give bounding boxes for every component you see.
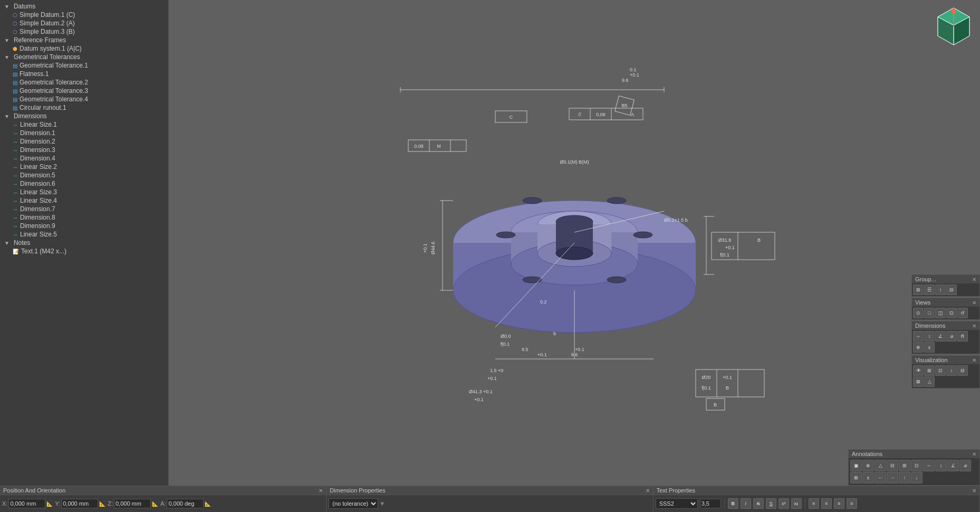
tree-item-ref-frames[interactable]: ▼ Reference Frames — [0, 36, 168, 44]
ann-btn-v[interactable]: ↕ — [935, 460, 947, 471]
superscript-button[interactable]: x² — [779, 498, 789, 509]
align-justify-button[interactable]: ≡ — [847, 498, 857, 509]
dimensions-panel-close[interactable]: ✕ — [972, 323, 976, 329]
tree-item-dimension-6[interactable]: ↔ Dimension.6 — [0, 179, 168, 188]
views-btn-1[interactable]: ⊙ — [913, 308, 924, 318]
views-btn-4[interactable]: ⊡ — [946, 308, 957, 318]
tree-item-geo-tol-2[interactable]: ▤ Geometrical Tolerance.2 — [0, 78, 168, 87]
rp-btn-3[interactable]: ↕ — [935, 285, 946, 295]
annotations-close[interactable]: ✕ — [972, 451, 976, 457]
ann-btn-down[interactable]: ↓ — [911, 472, 923, 483]
x-input[interactable] — [8, 499, 45, 508]
a-input[interactable] — [167, 499, 204, 508]
tree-item-linear-size-5[interactable]: ↔ Linear Size.5 — [0, 230, 168, 239]
tolerance-dropdown[interactable]: (no tolerance) — [329, 498, 378, 509]
tree-item-dimension-2[interactable]: ↔ Dimension.2 — [0, 137, 168, 146]
ann-btn-x[interactable]: ⊠ — [850, 472, 862, 483]
subscript-button[interactable]: x₂ — [791, 498, 802, 509]
vis-btn-4[interactable]: ↕ — [946, 365, 957, 376]
tree-item-circ-runout-1[interactable]: ▤ Circular runout.1 — [0, 103, 168, 112]
tree-item-dimension-8[interactable]: ↔ Dimension.8 — [0, 213, 168, 222]
italic-button[interactable]: I — [741, 498, 751, 509]
dim-btn-5[interactable]: R — [957, 331, 968, 342]
views-btn-2[interactable]: □ — [924, 308, 935, 318]
vis-btn-1[interactable]: 👁 — [913, 365, 924, 376]
text-props-close[interactable]: ✕ — [972, 488, 976, 494]
tree-item-dimension-7[interactable]: ↔ Dimension.7 — [0, 205, 168, 213]
tree-item-simple-datum-1[interactable]: ⬡ Simple Datum.1 (C) — [0, 11, 168, 19]
vis-btn-3[interactable]: ⊡ — [935, 365, 946, 376]
ann-btn-angle[interactable]: ∠ — [947, 460, 959, 471]
pos-orient-close[interactable]: ✕ — [319, 488, 323, 494]
tree-item-dimension-4[interactable]: ↔ Dimension.4 — [0, 154, 168, 163]
views-btn-5[interactable]: ↺ — [957, 308, 968, 318]
ann-btn-target[interactable]: ⊕ — [862, 460, 874, 471]
tree-item-flatness-1[interactable]: ▤ Flatness.1 — [0, 70, 168, 78]
dim-btn-4[interactable]: ⌀ — [946, 331, 957, 342]
tree-item-geo-tol-3[interactable]: ▤ Geometrical Tolerance.3 — [0, 87, 168, 95]
ann-btn-h[interactable]: ↔ — [923, 460, 935, 471]
vis-btn-2[interactable]: ⊞ — [924, 365, 935, 376]
rp-btn-4[interactable]: ⊟ — [946, 285, 957, 295]
tree-item-dimension-5[interactable]: ↔ Dimension.5 — [0, 171, 168, 179]
y-input[interactable] — [61, 499, 98, 508]
tree-item-dimension-9[interactable]: ↔ Dimension.9 — [0, 222, 168, 230]
views-btn-3[interactable]: ◫ — [935, 308, 946, 318]
group-panel-close[interactable]: ✕ — [972, 277, 976, 282]
tree-item-linear-size-3[interactable]: ↔ Linear Size.3 — [0, 188, 168, 196]
tree-item-geo-tol-4[interactable]: ▤ Geometrical Tolerance.4 — [0, 95, 168, 103]
ann-btn-triangle[interactable]: △ — [875, 460, 886, 471]
tree-item-simple-datum-2[interactable]: ⬡ Simple Datum.2 (A) — [0, 19, 168, 27]
visualization-panel-close[interactable]: ✕ — [972, 357, 976, 363]
group-panel: Group... ✕ ⊞ ☰ ↕ ⊟ — [911, 274, 980, 297]
vis-btn-5[interactable]: ⊟ — [957, 365, 968, 376]
tree-item-datum-system-1[interactable]: ⬢ Datum system.1 (A|C) — [0, 44, 168, 53]
ann-btn-right[interactable]: → — [887, 472, 898, 483]
views-panel-close[interactable]: ✕ — [972, 300, 976, 306]
ann-btn-minus[interactable]: ⊟ — [887, 460, 898, 471]
rp-btn-1[interactable]: ⊞ — [913, 285, 924, 295]
underline-button[interactable]: S — [766, 498, 776, 509]
orientation-indicator[interactable] — [933, 5, 975, 48]
tree-item-geo-tols[interactable]: ▼ Geometrical Tolerances — [0, 53, 168, 61]
vis-btn-6[interactable]: ⊠ — [913, 376, 924, 387]
bold-button[interactable]: B — [728, 498, 738, 509]
tree-item-dimensions[interactable]: ▼ Dimensions — [0, 112, 168, 120]
tree-item-simple-datum-3[interactable]: ⬡ Simple Datum.3 (B) — [0, 27, 168, 36]
tree-item-linear-size-2[interactable]: ↔ Linear Size.2 — [0, 163, 168, 171]
align-center-button[interactable]: ≡ — [821, 498, 832, 509]
ann-btn-up[interactable]: ↑ — [899, 472, 910, 483]
ann-btn-left[interactable]: ← — [875, 472, 886, 483]
z-input[interactable] — [114, 499, 151, 508]
ann-btn-box[interactable]: ⊡ — [911, 460, 923, 471]
font-dropdown[interactable]: SSS2 — [656, 498, 698, 509]
tree-item-linear-size-4[interactable]: ↔ Linear Size.4 — [0, 196, 168, 205]
dim-btn-3[interactable]: ∠ — [935, 331, 946, 342]
align-left-button[interactable]: ≡ — [809, 498, 819, 509]
left-panel: ▼ Datums ⬡ Simple Datum.1 (C) ⬡ Simple D… — [0, 0, 169, 512]
strikethrough-button[interactable]: S — [753, 498, 764, 509]
tree-item-notes[interactable]: ▼ Notes — [0, 239, 168, 247]
tree-item-datums[interactable]: ▼ Datums — [0, 2, 168, 11]
tree-item-dimension-1[interactable]: ↔ Dimension.1 — [0, 129, 168, 137]
rp-btn-2[interactable]: ☰ — [924, 285, 935, 295]
dim-btn-1[interactable]: ↔ — [913, 331, 924, 342]
tree-label-geo-tol-3: Geometrical Tolerance.3 — [20, 87, 88, 94]
dim-btn-2[interactable]: ↕ — [924, 331, 935, 342]
tree-item-dimension-3[interactable]: ↔ Dimension.3 — [0, 146, 168, 154]
vis-btn-7[interactable]: △ — [924, 376, 935, 387]
tree-label-flatness-1: Flatness.1 — [20, 70, 49, 78]
dim-props-close[interactable]: ✕ — [646, 488, 650, 494]
tree-item-text-1[interactable]: 📝 Text.1 (M42 x...) — [0, 247, 168, 255]
ann-btn-grid[interactable]: ⊞ — [899, 460, 910, 471]
ann-btn-diam[interactable]: ⌀ — [959, 460, 971, 471]
align-right-button[interactable]: ≡ — [834, 498, 844, 509]
ann-btn-frame[interactable]: ▣ — [850, 460, 862, 471]
tree-item-geo-tol-1[interactable]: ▤ Geometrical Tolerance.1 — [0, 61, 168, 70]
tree-item-linear-size-1[interactable]: ↔ Linear Size.1 — [0, 120, 168, 129]
ann-btn-pm[interactable]: ± — [862, 472, 874, 483]
dim-btn-7[interactable]: ± — [924, 342, 935, 353]
svg-text:+0.1: +0.1 — [723, 375, 732, 380]
dim-btn-6[interactable]: ⊕ — [913, 342, 924, 353]
font-size-input[interactable] — [700, 499, 721, 508]
